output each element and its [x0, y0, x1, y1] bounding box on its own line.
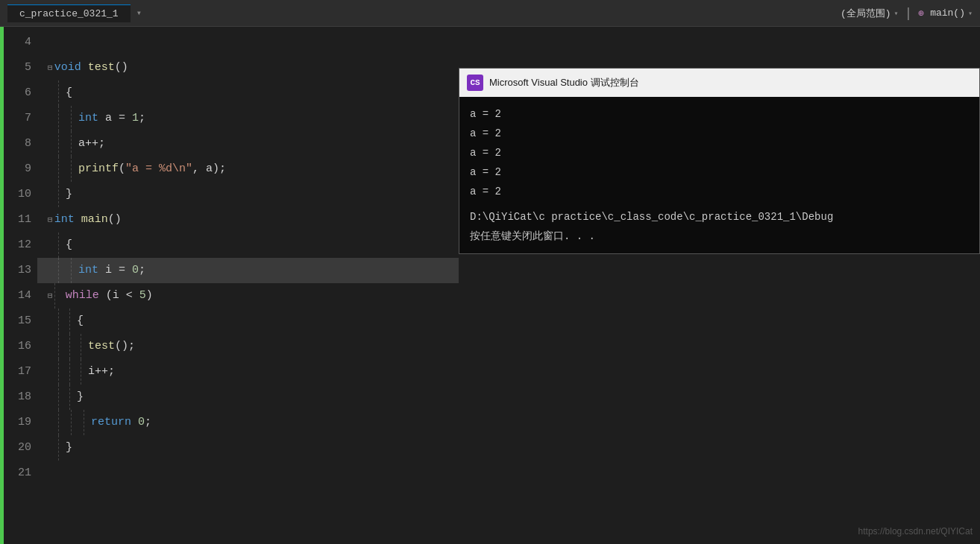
separator-icon: |: [905, 6, 913, 21]
while-paren: (i: [106, 283, 126, 309]
console-output-1: a = 2: [470, 104, 969, 124]
top-bar-left: c_practice_0321_1 ▾: [7, 4, 841, 22]
kw-return: return: [84, 410, 138, 435]
line-num-18: 18: [4, 385, 31, 410]
main-paren: (): [108, 207, 122, 233]
fn-test-call: test: [88, 334, 115, 359]
stmt-i-pp: i++;: [81, 359, 115, 385]
console-overlay: CS Microsoft Visual Studio 调试控制台 a = 2 a…: [459, 68, 980, 254]
code-line-7: int a = 1;: [37, 106, 459, 131]
code-line-16: test();: [37, 334, 459, 359]
brace-close-10: }: [59, 182, 72, 207]
var-a: a: [105, 106, 119, 131]
sp-16: [81, 334, 88, 359]
code-line-15: {: [37, 309, 459, 334]
fn-main: main: [81, 207, 108, 233]
method-chevron-icon: ▾: [968, 9, 973, 18]
stmt-a-pp: a++;: [72, 131, 105, 156]
method-label: main(): [930, 7, 965, 19]
brace-12: {: [59, 233, 72, 258]
code-line-10: }: [37, 182, 459, 207]
while-close-paren: ): [146, 283, 153, 309]
line-num-19: 19: [4, 410, 31, 435]
code-line-17: i++;: [37, 359, 459, 385]
line-num-7: 7: [4, 106, 31, 131]
fold-14[interactable]: ⊟: [48, 283, 53, 309]
kw-int-11: int: [54, 207, 81, 233]
console-app-icon: CS: [467, 75, 483, 91]
console-path-area: D:\QiYiCat\c practice\c_class_code\c_pra…: [470, 207, 969, 227]
op-eq-13: =: [119, 258, 132, 283]
code-line-18: }: [37, 385, 459, 410]
line-numbers: 4 5 6 7 8 9 10 11 12 13 14 15 16 17 18 1…: [4, 27, 37, 544]
code-line-9: printf("a = %d\n", a);: [37, 156, 459, 182]
line-num-4: 4: [4, 30, 31, 55]
console-prompt: 按任意键关闭此窗口. . .: [470, 230, 595, 242]
line-num-15: 15: [4, 309, 31, 334]
semi-7: ;: [139, 106, 145, 131]
num-0: 0: [132, 258, 139, 283]
code-line-21: [37, 461, 459, 486]
method-type-icon: ⊕: [918, 7, 924, 19]
file-tab[interactable]: c_practice_0321_1: [7, 4, 131, 22]
code-line-19: return 0;: [37, 410, 459, 435]
kw-int-13: int: [72, 258, 105, 283]
file-tab-label: c_practice_0321_1: [19, 8, 119, 19]
line-num-11: 11: [4, 207, 31, 233]
line-num-10: 10: [4, 182, 31, 207]
line-num-20: 20: [4, 435, 31, 461]
console-output-2: a = 2: [470, 124, 969, 143]
sp-9: [72, 156, 78, 182]
paren-5: (): [115, 55, 128, 80]
code-content: 4 5 6 7 8 9 10 11 12 13 14 15 16 17 18 1…: [0, 27, 459, 544]
line-num-6: 6: [4, 80, 31, 106]
fold-11[interactable]: ⊟: [48, 207, 53, 233]
code-line-14: ⊟ while (i < 5): [37, 283, 459, 309]
console-output-4: a = 2: [470, 162, 969, 182]
kw-while: while: [66, 283, 106, 309]
line-num-16: 16: [4, 334, 31, 359]
code-line-20: }: [37, 435, 459, 461]
brace-6: {: [59, 80, 72, 106]
console-title: Microsoft Visual Studio 调试控制台: [489, 76, 639, 89]
top-bar: c_practice_0321_1 ▾ (全局范围) ▾ | ⊕ main() …: [0, 0, 980, 27]
num-1: 1: [132, 106, 139, 131]
fn-printf: printf: [78, 156, 119, 182]
line-num-14: 14: [4, 283, 31, 309]
kw-void: void: [54, 55, 88, 80]
code-line-6: {: [37, 80, 459, 106]
method-dropdown[interactable]: ⊕ main() ▾: [918, 7, 973, 19]
console-titlebar: CS Microsoft Visual Studio 调试控制台: [459, 69, 979, 97]
line-num-9: 9: [4, 156, 31, 182]
fn-test: test: [88, 55, 115, 80]
code-editor[interactable]: 4 5 6 7 8 9 10 11 12 13 14 15 16 17 18 1…: [0, 27, 459, 544]
line-num-5: 5: [4, 55, 31, 80]
scope-label: (全局范围): [841, 7, 891, 20]
watermark-text: https://blog.csdn.net/QIYICat: [858, 526, 973, 537]
printf-paren: (: [119, 156, 125, 182]
line-num-13: 13: [4, 258, 31, 283]
fold-5[interactable]: ⊟: [48, 55, 53, 80]
kw-int-7: int: [72, 106, 105, 131]
brace-close-18: }: [70, 385, 84, 410]
line-num-8: 8: [4, 131, 31, 156]
console-output-5: a = 2: [470, 182, 969, 201]
brace-close-20: }: [59, 435, 72, 461]
top-bar-right: (全局范围) ▾ | ⊕ main() ▾: [841, 6, 973, 21]
code-line-13: int i = 0;: [37, 258, 459, 283]
num-5: 5: [139, 283, 146, 309]
console-prompt-area: 按任意键关闭此窗口. . .: [470, 227, 969, 246]
semi-19: ;: [145, 410, 151, 435]
code-line-8: a++;: [37, 131, 459, 156]
printf-comma: , a);: [192, 156, 226, 182]
op-lt: <: [126, 283, 139, 309]
op-eq-7: =: [119, 106, 132, 131]
console-body: a = 2 a = 2 a = 2 a = 2 a = 2 D:\QiYiCat…: [459, 97, 979, 253]
line-num-21: 21: [4, 461, 31, 486]
str-fmt: "a = %d\n": [125, 156, 192, 182]
chevron-icon: ▾: [136, 7, 142, 19]
scope-dropdown[interactable]: (全局范围) ▾: [841, 7, 899, 20]
line-num-12: 12: [4, 233, 31, 258]
line-num-17: 17: [4, 359, 31, 385]
code-lines: ⊟ void test() { int a =: [37, 27, 459, 544]
